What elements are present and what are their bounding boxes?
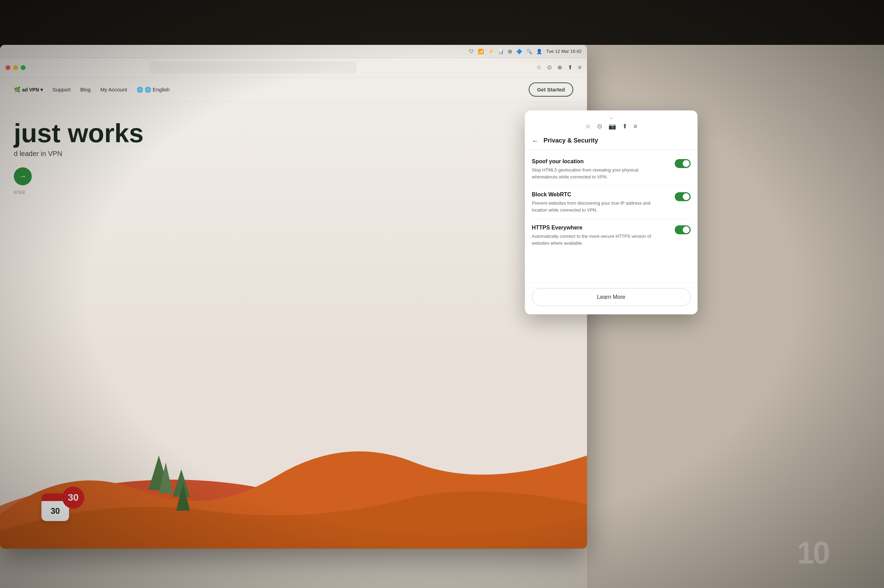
calendar-badge: 30 30 — [41, 494, 69, 521]
share-icon[interactable]: ⬆ — [568, 64, 573, 71]
panel-footer: Learn More — [525, 282, 698, 314]
bookmark-icon[interactable]: ☆ — [536, 64, 541, 71]
url-bar[interactable] — [149, 62, 356, 74]
panel-collapse-chevron[interactable]: ⌄ — [525, 110, 698, 122]
panel-menu-icon[interactable]: ≡ — [634, 123, 637, 130]
hero-section: just works d leader in VPN → NTEE — [0, 102, 587, 195]
bluetooth-icon: ⚡ — [488, 49, 494, 54]
panel-title: Privacy & Security — [544, 137, 598, 144]
signal-icon: 📊 — [498, 49, 504, 54]
wifi-icon: 📶 — [478, 49, 484, 54]
pocket-icon[interactable]: ⊙ — [547, 64, 552, 71]
panel-inner-toolbar: ☆ ⊙ 📷 ⬆ ≡ — [525, 122, 698, 134]
learn-more-button[interactable]: Learn More — [532, 288, 691, 306]
nav-support[interactable]: Support — [53, 87, 71, 93]
close-button[interactable] — [6, 65, 11, 70]
watermark: 10 — [797, 535, 829, 571]
block-webrtc-desc: Prevent websites from discovering your t… — [532, 200, 652, 213]
landscape-decoration — [0, 393, 587, 549]
system-menu-bar: 🛡 📶 ⚡ 📊 ⊞ 🔷 🔍 👤 Tue 12 Mar 16:42 — [0, 45, 587, 58]
browser-window: 🛡 📶 ⚡ 📊 ⊞ 🔷 🔍 👤 Tue 12 Mar 16:42 ☆ ⊙ ⊕ ⬆… — [0, 45, 587, 549]
panel-back-button[interactable]: ← — [532, 137, 539, 144]
panel-camera-icon[interactable]: 📷 — [609, 123, 616, 130]
shield-icon: 🛡 — [469, 49, 474, 54]
menu-icon[interactable]: ≡ — [578, 64, 582, 71]
nav-blog[interactable]: Blog — [80, 87, 90, 93]
search-bar-icon: 🔍 — [526, 49, 532, 54]
maximize-button[interactable] — [21, 65, 26, 70]
chevron-down-icon: ⌄ — [609, 114, 613, 120]
panel-star-icon[interactable]: ☆ — [585, 123, 591, 130]
cta-button[interactable]: → — [14, 167, 32, 185]
website-content: 🌿 ad VPN ▾ Support Blog My Account 🌐 🌐 E… — [0, 77, 587, 549]
hero-title: just works — [14, 119, 186, 147]
https-everywhere-label: HTTPS Everywhere — [532, 225, 652, 231]
panel-content: Spoof your location Stop HTML5 geolocati… — [525, 150, 698, 255]
panel-header: ← Privacy & Security — [525, 134, 698, 150]
vpn-navbar: 🌿 ad VPN ▾ Support Blog My Account 🌐 🌐 E… — [0, 77, 587, 102]
vpn-logo: 🌿 ad VPN ▾ — [14, 86, 43, 93]
block-webrtc-toggle[interactable] — [675, 192, 691, 201]
setting-block-webrtc: Block WebRTC Prevent websites from disco… — [532, 186, 691, 219]
arrow-icon: → — [19, 172, 27, 181]
panel-pocket-icon[interactable]: ⊙ — [597, 123, 602, 130]
browser-nav-toolbar: ☆ ⊙ ⊕ ⬆ ≡ — [0, 58, 587, 77]
nav-english[interactable]: 🌐 🌐 English — [137, 87, 170, 93]
grid-icon: ⊞ — [508, 49, 512, 54]
setting-https-everywhere: HTTPS Everywhere Automatically connect t… — [532, 219, 691, 252]
spoof-location-toggle[interactable] — [675, 159, 691, 168]
spoof-location-desc: Stop HTML5 geolocation from revealing yo… — [532, 166, 652, 180]
https-everywhere-toggle[interactable] — [675, 225, 691, 234]
spoof-location-label: Spoof your location — [532, 158, 652, 165]
setting-spoof-location: Spoof your location Stop HTML5 geolocati… — [532, 153, 691, 186]
globe-icon: 🌐 — [137, 87, 143, 93]
time-display: Tue 12 Mar 16:42 — [546, 49, 582, 54]
privacy-security-panel: ⌄ ☆ ⊙ 📷 ⬆ ≡ ← Privacy & Security Spoof y… — [525, 110, 698, 314]
minimize-button[interactable] — [13, 65, 18, 70]
calendar-number-badge: 30 — [62, 486, 84, 508]
get-started-button[interactable]: Get Started — [529, 82, 573, 97]
user-icon: 👤 — [536, 49, 542, 54]
nav-my-account[interactable]: My Account — [100, 87, 127, 93]
hero-subtitle: d leader in VPN — [14, 150, 573, 158]
https-everywhere-desc: Automatically connect to the more-secure… — [532, 233, 652, 246]
bt-icon: 🔷 — [516, 49, 522, 54]
screenshot-icon[interactable]: ⊕ — [557, 64, 562, 71]
panel-upload-icon[interactable]: ⬆ — [622, 123, 627, 130]
guarantee-text: NTEE — [14, 190, 573, 195]
block-webrtc-label: Block WebRTC — [532, 192, 652, 198]
